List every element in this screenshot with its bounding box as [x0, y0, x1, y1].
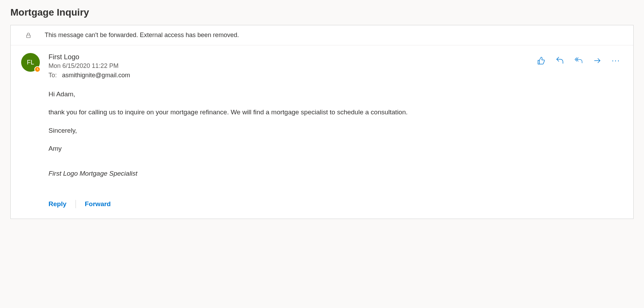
signature-title: First Logo Mortgage Specialist [48, 168, 626, 179]
forward-link[interactable]: Forward [85, 200, 111, 208]
sender-avatar[interactable]: FL [21, 53, 40, 72]
reply-link[interactable]: Reply [48, 200, 67, 208]
avatar-column: FL [18, 53, 40, 208]
to-label: To: [48, 72, 57, 79]
lock-icon [25, 32, 32, 38]
svg-rect-0 [27, 35, 30, 38]
email-timestamp: Mon 6/15/2020 11:22 PM [48, 62, 537, 70]
main-column: First Logo Mon 6/15/2020 11:22 PM To: as… [48, 53, 626, 208]
email-content: FL First Logo Mon 6/15/2020 11:22 PM To:… [11, 45, 633, 219]
reply-all-button[interactable] [574, 56, 583, 65]
body-closing: Sincerely, [48, 125, 626, 136]
email-card: This message can't be forwarded. Externa… [10, 25, 634, 219]
signature-name: Amy [48, 143, 626, 154]
sender-name[interactable]: First Logo [48, 53, 537, 61]
like-button[interactable] [537, 56, 545, 65]
avatar-initials: FL [27, 59, 34, 66]
email-body: Hi Adam, thank you for calling us to inq… [48, 89, 626, 179]
email-subject: Mortgage Inquiry [10, 7, 634, 18]
forward-button[interactable] [593, 56, 601, 65]
presence-away-badge [34, 66, 41, 72]
email-header-row: First Logo Mon 6/15/2020 11:22 PM To: as… [48, 53, 626, 79]
footer-divider [76, 200, 76, 208]
restriction-info-bar: This message can't be forwarded. Externa… [11, 25, 633, 45]
to-recipients[interactable]: asmithignite@gmail.com [59, 72, 130, 79]
sender-info: First Logo Mon 6/15/2020 11:22 PM To: as… [48, 53, 537, 79]
restriction-text: This message can't be forwarded. Externa… [45, 32, 239, 39]
body-paragraph: thank you for calling us to inquire on y… [48, 107, 626, 118]
more-actions-button[interactable]: ··· [612, 57, 620, 64]
body-greeting: Hi Adam, [48, 89, 626, 100]
reply-button[interactable] [556, 56, 564, 65]
email-actions-toolbar: ··· [537, 53, 626, 65]
recipients-line: To: asmithignite@gmail.com [48, 72, 537, 79]
footer-actions: Reply Forward [48, 200, 626, 208]
